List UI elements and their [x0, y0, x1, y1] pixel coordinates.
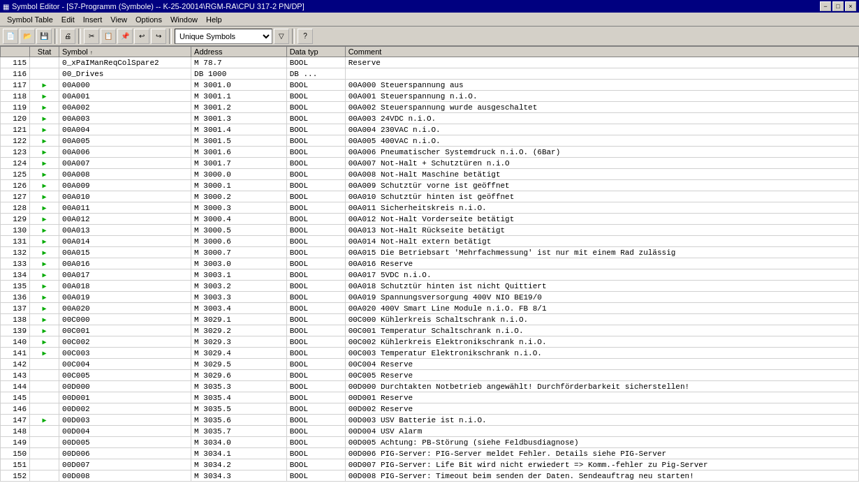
table-row[interactable]: 14900D005M 3034.0BOOL00D005 Achtung: PB-…: [1, 437, 859, 448]
cell-comment: 00A004 230VAC n.i.O.: [345, 124, 858, 135]
table-row[interactable]: 119▶00A002M 3001.2BOOL00A002 Steuerspann…: [1, 102, 859, 113]
table-row[interactable]: 1150_xPaIManReqColSpare2M 78.7BOOLReserv…: [1, 57, 859, 68]
save-button[interactable]: 💾: [36, 29, 52, 44]
cell-address: M 3029.5: [191, 359, 287, 370]
col-header-datatype[interactable]: Data typ: [286, 47, 345, 57]
cell-symbol: 00A001: [59, 91, 191, 102]
menu-item-symbol-table[interactable]: Symbol Table: [3, 14, 57, 25]
table-row[interactable]: 15200D008M 3034.3BOOL00D008 PIG-Server: …: [1, 470, 859, 482]
redo-button[interactable]: ↪: [151, 29, 166, 44]
copy-button[interactable]: 📋: [101, 29, 116, 44]
table-row[interactable]: 123▶00A006M 3001.6BOOL00A006 Pneumatisch…: [1, 147, 859, 158]
open-button[interactable]: 📂: [20, 29, 35, 44]
cell-address: M 3000.5: [191, 225, 287, 236]
cut-button[interactable]: ✂: [84, 29, 99, 44]
cell-comment: 00A002 Steuerspannung wurde ausgeschalte…: [345, 102, 858, 113]
table-row[interactable]: 14200C004M 3029.5BOOL00C004 Reserve: [1, 359, 859, 370]
menu-item-options[interactable]: Options: [131, 14, 166, 25]
table-row[interactable]: 130▶00A013M 3000.5BOOL00A013 Not-Halt Rü…: [1, 225, 859, 236]
green-arrow-icon: ▶: [43, 205, 47, 212]
table-row[interactable]: 14800D004M 3035.7BOOL00D004 USV Alarm: [1, 426, 859, 437]
cell-symbol: 00A009: [59, 180, 191, 191]
table-row[interactable]: 134▶00A017M 3003.1BOOL00A017 5VDC n.i.O.: [1, 269, 859, 281]
green-arrow-icon: ▶: [43, 115, 47, 123]
cell-num: 117: [1, 80, 30, 91]
cell-num: 142: [1, 359, 30, 370]
table-row[interactable]: 126▶00A009M 3000.1BOOL00A009 Schutztür v…: [1, 180, 859, 191]
cell-stat: ▶: [30, 303, 59, 314]
col-header-stat[interactable]: Stat: [30, 47, 59, 57]
close-button[interactable]: ×: [845, 1, 856, 11]
cell-symbol: 00D001: [59, 392, 191, 403]
cell-address: M 3029.1: [191, 314, 287, 325]
cell-address: M 3000.1: [191, 180, 287, 191]
minimize-button[interactable]: −: [820, 1, 831, 11]
menu-item-insert[interactable]: Insert: [79, 14, 107, 25]
table-row[interactable]: 122▶00A005M 3001.5BOOL00A005 400VAC n.i.…: [1, 135, 859, 147]
help-button[interactable]: ?: [298, 29, 313, 44]
table-row[interactable]: 128▶00A011M 3000.3BOOL00A011 Sicherheits…: [1, 202, 859, 214]
table-row[interactable]: 14400D000M 3035.3BOOL00D000 Durchtakten …: [1, 381, 859, 392]
cell-num: 138: [1, 314, 30, 325]
table-row[interactable]: 15000D006M 3034.1BOOL00D006 PIG-Server: …: [1, 448, 859, 459]
col-header-symbol[interactable]: Symbol ↑: [59, 47, 191, 57]
separator-2: [78, 29, 81, 44]
cell-address: M 3003.2: [191, 281, 287, 292]
table-row[interactable]: 139▶00C001M 3029.2BOOL00C001 Temperatur …: [1, 325, 859, 336]
cell-address: M 3000.4: [191, 214, 287, 225]
cell-datatype: BOOL: [286, 459, 345, 470]
col-header-address[interactable]: Address: [191, 47, 287, 57]
undo-button[interactable]: ↩: [134, 29, 149, 44]
new-button[interactable]: 📄: [3, 29, 18, 44]
cell-stat: ▶: [30, 113, 59, 124]
table-row[interactable]: 141▶00C003M 3029.4BOOL00C003 Temperatur …: [1, 348, 859, 359]
cell-datatype: BOOL: [286, 392, 345, 403]
cell-stat: ▶: [30, 214, 59, 225]
table-row[interactable]: 14300C005M 3029.6BOOL00C005 Reserve: [1, 370, 859, 381]
table-row[interactable]: 117▶00A000M 3001.0BOOL00A000 Steuerspann…: [1, 80, 859, 91]
table-row[interactable]: 15100D007M 3034.2BOOL00D007 PIG-Server: …: [1, 459, 859, 470]
cell-comment: 00A001 Steuerspannung n.i.O.: [345, 91, 858, 102]
maximize-button[interactable]: □: [832, 1, 844, 11]
menu-item-window[interactable]: Window: [166, 14, 202, 25]
menu-item-edit[interactable]: Edit: [57, 14, 79, 25]
table-row[interactable]: 136▶00A019M 3003.3BOOL00A019 Spannungsve…: [1, 292, 859, 303]
table-row[interactable]: 121▶00A004M 3001.4BOOL00A004 230VAC n.i.…: [1, 124, 859, 135]
table-row[interactable]: 125▶00A008M 3000.0BOOL00A008 Not-Halt Ma…: [1, 169, 859, 180]
table-row[interactable]: 133▶00A016M 3003.0BOOL00A016 Reserve: [1, 258, 859, 269]
cell-comment: 00A018 Schutztür hinten ist nicht Quitti…: [345, 281, 858, 292]
cell-address: M 3001.3: [191, 113, 287, 124]
table-row[interactable]: 131▶00A014M 3000.6BOOL00A014 Not-Halt ex…: [1, 236, 859, 247]
view-dropdown[interactable]: Unique Symbols: [175, 29, 272, 44]
menu-item-help[interactable]: Help: [202, 14, 226, 25]
cell-address: M 3001.1: [191, 91, 287, 102]
table-row[interactable]: 118▶00A001M 3001.1BOOL00A001 Steuerspann…: [1, 91, 859, 102]
cell-stat: ▶: [30, 191, 59, 202]
table-row[interactable]: 138▶00C000M 3029.1BOOL00C000 Kühlerkreis…: [1, 314, 859, 325]
col-header-comment[interactable]: Comment: [345, 47, 858, 57]
table-row[interactable]: 135▶00A018M 3003.2BOOL00A018 Schutztür h…: [1, 281, 859, 292]
table-row[interactable]: 124▶00A007M 3001.7BOOL00A007 Not-Halt + …: [1, 158, 859, 169]
paste-button[interactable]: 📌: [117, 29, 133, 44]
table-row[interactable]: 137▶00A020M 3003.4BOOL00A020 400V Smart …: [1, 303, 859, 314]
cell-stat: ▶: [30, 281, 59, 292]
table-row[interactable]: 14500D001M 3035.4BOOL00D001 Reserve: [1, 392, 859, 403]
cell-datatype: BOOL: [286, 135, 345, 147]
table-row[interactable]: 132▶00A015M 3000.7BOOL00A015 Die Betrieb…: [1, 247, 859, 258]
print-button[interactable]: 🖨: [60, 29, 75, 44]
menu-item-view[interactable]: View: [106, 14, 131, 25]
cell-datatype: BOOL: [286, 370, 345, 381]
cell-num: 130: [1, 225, 30, 236]
table-row[interactable]: 129▶00A012M 3000.4BOOL00A012 Not-Halt Vo…: [1, 214, 859, 225]
cell-comment: 00A012 Not-Halt Vorderseite betätigt: [345, 214, 858, 225]
cell-stat: ▶: [30, 169, 59, 180]
table-row[interactable]: 147▶00D003M 3035.6BOOL00D003 USV Batteri…: [1, 415, 859, 426]
table-row[interactable]: 11600_DrivesDB 1000DB ...: [1, 68, 859, 80]
table-row[interactable]: 120▶00A003M 3001.3BOOL00A003 24VDC n.i.O…: [1, 113, 859, 124]
table-row[interactable]: 127▶00A010M 3000.2BOOL00A010 Schutztür h…: [1, 191, 859, 202]
table-row[interactable]: 140▶00C002M 3029.3BOOL00C002 Kühlerkreis…: [1, 336, 859, 348]
table-container: Stat Symbol ↑ Address Data typ Comment 1…: [0, 46, 859, 504]
table-row[interactable]: 14600D002M 3035.5BOOL00D002 Reserve: [1, 403, 859, 415]
cell-datatype: BOOL: [286, 124, 345, 135]
filter-button[interactable]: ▽: [274, 29, 289, 44]
